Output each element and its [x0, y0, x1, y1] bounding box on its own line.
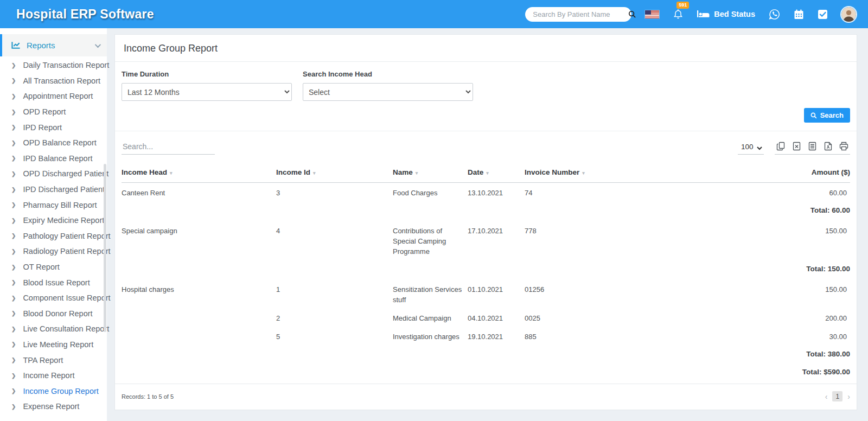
pdf-export-icon[interactable]: [824, 142, 833, 151]
sidebar-item-label: Expiry Medicine Report: [23, 216, 104, 225]
table-cell: 1: [276, 279, 393, 308]
sort-icon: ▾: [170, 170, 173, 176]
page-title: Income Group Report: [115, 35, 857, 62]
chart-line-icon: [11, 41, 21, 49]
sidebar-section-reports[interactable]: Reports: [0, 34, 107, 56]
copy-icon[interactable]: [776, 142, 786, 151]
column-header[interactable]: Date▾: [468, 161, 525, 182]
sidebar-item-income-group-report[interactable]: ❯Income Group Report: [0, 383, 107, 399]
chevron-right-icon: ❯: [11, 279, 16, 285]
tasks-button[interactable]: [818, 9, 828, 20]
sidebar-item-opd-balance-report[interactable]: ❯OPD Balance Report: [0, 135, 107, 151]
sidebar-item-blood-issue-report[interactable]: ❯Blood Issue Report: [0, 275, 107, 290]
csv-export-icon[interactable]: [808, 142, 817, 151]
table-cell: 01256: [525, 279, 633, 308]
sidebar-item-ipd-discharged-patient[interactable]: ❯IPD Discharged Patient: [0, 182, 107, 197]
chevron-right-icon: ❯: [11, 295, 16, 301]
chevron-right-icon: ❯: [11, 248, 16, 254]
sidebar-item-ipd-balance-report[interactable]: ❯IPD Balance Report: [0, 151, 107, 167]
chevron-right-icon: ❯: [11, 62, 16, 68]
search-button[interactable]: Search: [804, 108, 850, 123]
table-cell: Medical Campaign: [393, 308, 468, 327]
table-cell: 4: [276, 221, 393, 260]
income-head-label: Search Income Head: [303, 70, 473, 78]
sidebar-item-expiry-medicine-report[interactable]: ❯Expiry Medicine Report: [0, 213, 107, 228]
chevron-right-icon: ❯: [11, 93, 16, 99]
search-button-row: Search: [115, 101, 857, 131]
prev-page-button[interactable]: ‹: [825, 393, 828, 400]
sidebar-item-live-meeting-report[interactable]: ❯Live Meeting Report: [0, 337, 107, 353]
sidebar-item-all-transaction-report[interactable]: ❯All Transaction Report: [0, 73, 107, 89]
table-cell: Contributions of Special Camping Program…: [393, 221, 468, 260]
sidebar-item-opd-discharged-patient[interactable]: ❯OPD Discharged Patient: [0, 166, 107, 182]
chevron-right-icon: ❯: [11, 388, 16, 394]
table-row: 5Investigation charges19.10.202188530.00: [122, 327, 850, 345]
table-cell: 0025: [525, 308, 633, 327]
time-duration-label: Time Duration: [122, 70, 292, 78]
sidebar-item-income-report[interactable]: ❯Income Report: [0, 368, 107, 384]
column-header[interactable]: Income Id▾: [276, 161, 393, 182]
table-row: 2Medical Campaign04.10.20210025200.00: [122, 308, 850, 327]
whatsapp-button[interactable]: [769, 9, 780, 20]
sidebar-item-pathology-patient-report[interactable]: ❯Pathology Patient Report: [0, 228, 107, 244]
search-icon: [810, 112, 817, 119]
excel-export-icon[interactable]: [792, 142, 801, 151]
chevron-right-icon: ❯: [11, 155, 16, 161]
chevron-right-icon: ❯: [11, 264, 16, 270]
patient-search-input[interactable]: [533, 10, 628, 18]
chevron-right-icon: ❯: [11, 326, 16, 332]
sidebar-item-label: IPD Discharged Patient: [23, 185, 105, 194]
chevron-right-icon: ❯: [11, 357, 16, 363]
sidebar-item-label: Pharmacy Bill Report: [23, 201, 97, 209]
next-page-button[interactable]: ›: [847, 393, 850, 400]
sidebar-item-opd-report[interactable]: ❯OPD Report: [0, 104, 107, 120]
chevron-right-icon: ❯: [11, 341, 16, 347]
sidebar-item-label: Live Meeting Report: [23, 340, 93, 349]
current-page-button[interactable]: 1: [832, 391, 843, 401]
column-header[interactable]: Income Head▾: [122, 161, 276, 182]
column-header[interactable]: Name▾: [393, 161, 468, 182]
sidebar-item-radiology-patient-report[interactable]: ❯Radiology Patient Report: [0, 244, 107, 259]
notifications-button[interactable]: 591: [673, 9, 684, 20]
language-flag-icon[interactable]: [645, 10, 659, 18]
bed-status-button[interactable]: Bed Status: [697, 10, 755, 18]
sidebar-item-live-consultation-report[interactable]: ❯Live Consultation Report: [0, 321, 107, 337]
patient-search-box[interactable]: [525, 7, 631, 22]
table-search-input[interactable]: [122, 141, 215, 155]
sidebar: Reports ❯Daily Transaction Report❯All Tr…: [0, 28, 107, 421]
income-head-select[interactable]: Select: [303, 83, 473, 101]
table-header-row: Income Head▾Income Id▾Name▾Date▾Invoice …: [122, 161, 850, 183]
sidebar-item-appointment-report[interactable]: ❯Appointment Report: [0, 88, 107, 104]
chevron-down-icon: [95, 41, 101, 47]
sidebar-item-component-issue-report[interactable]: ❯Component Issue Report: [0, 290, 107, 306]
column-header[interactable]: Invoice Number▾: [525, 161, 633, 182]
records-summary: Records: 1 to 5 of 5: [122, 393, 174, 400]
calendar-button[interactable]: [794, 9, 804, 20]
user-avatar[interactable]: [841, 7, 856, 22]
table-body: Canteen Rent3Food Charges13.10.20217460.…: [122, 183, 850, 365]
table-cell: 200.00: [633, 308, 850, 327]
sidebar-item-label: Radiology Patient Report: [23, 247, 110, 256]
page-size-select[interactable]: 100: [738, 142, 764, 155]
top-header: Hospital ERP Software 591 Bed Status: [0, 0, 868, 28]
sidebar-item-ipd-report[interactable]: ❯IPD Report: [0, 119, 107, 135]
export-toolbar: [775, 142, 850, 155]
search-icon[interactable]: [628, 10, 636, 18]
sidebar-item-tpa-report[interactable]: ❯TPA Report: [0, 352, 107, 368]
table-cell: Hospital charges: [122, 279, 276, 308]
sidebar-item-label: Appointment Report: [23, 92, 93, 100]
sidebar-item-ot-report[interactable]: ❯OT Report: [0, 259, 107, 275]
sidebar-scrollbar[interactable]: [104, 164, 106, 332]
sidebar-item-expense-report[interactable]: ❯Expense Report: [0, 399, 107, 414]
sidebar-item-blood-donor-report[interactable]: ❯Blood Donor Report: [0, 306, 107, 322]
sidebar-item-daily-transaction-report[interactable]: ❯Daily Transaction Report: [0, 58, 107, 73]
time-duration-select[interactable]: Last 12 Months: [122, 83, 292, 101]
sidebar-item-label: Live Consultation Report: [23, 324, 109, 333]
print-icon[interactable]: [839, 142, 848, 151]
table-cell: 778: [525, 221, 633, 260]
sidebar-item-pharmacy-bill-report[interactable]: ❯Pharmacy Bill Report: [0, 197, 107, 213]
sidebar-item-label: Blood Issue Report: [23, 278, 90, 287]
sidebar-item-label: OT Report: [23, 263, 59, 271]
chevron-right-icon: ❯: [11, 404, 16, 410]
sidebar-item-label: OPD Discharged Patient: [23, 169, 108, 178]
